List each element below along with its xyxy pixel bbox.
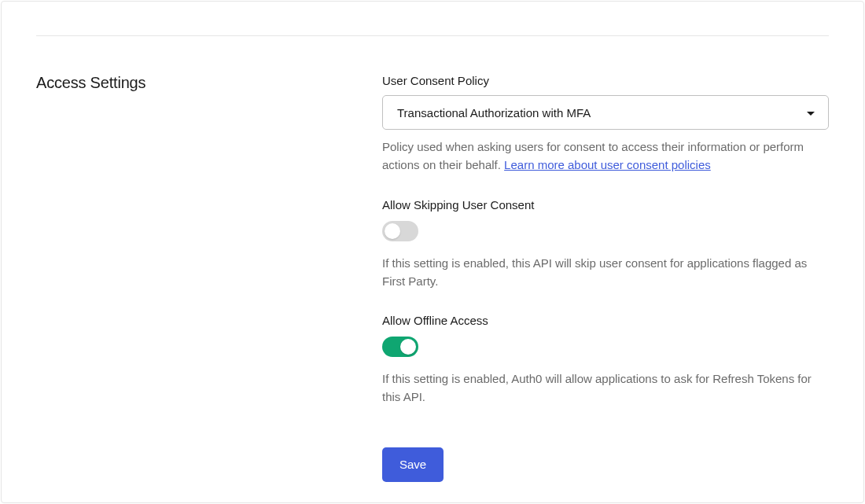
allow-skipping-consent-toggle[interactable] (382, 221, 418, 241)
user-consent-policy-help: Policy used when asking users for consen… (382, 138, 829, 175)
access-settings-section: Access Settings User Consent Policy Tran… (36, 36, 829, 482)
user-consent-policy-select[interactable]: Transactional Authorization with MFA (382, 95, 829, 130)
settings-panel: Access Settings User Consent Policy Tran… (1, 1, 864, 503)
allow-offline-access-label: Allow Offline Access (382, 314, 829, 327)
toggle-knob (385, 223, 400, 239)
user-consent-policy-select-wrap: Transactional Authorization with MFA (382, 95, 829, 130)
user-consent-policy-field: User Consent Policy Transactional Author… (382, 74, 829, 175)
user-consent-policy-label: User Consent Policy (382, 74, 829, 87)
user-consent-policy-learn-more-link[interactable]: Learn more about user consent policies (504, 158, 711, 171)
allow-offline-access-help: If this setting is enabled, Auth0 will a… (382, 370, 829, 407)
allow-skipping-consent-field: Allow Skipping User Consent If this sett… (382, 198, 829, 291)
section-header-column: Access Settings (36, 74, 382, 482)
section-fields-column: User Consent Policy Transactional Author… (382, 74, 829, 482)
allow-skipping-consent-label: Allow Skipping User Consent (382, 198, 829, 212)
allow-offline-access-field: Allow Offline Access If this setting is … (382, 314, 829, 407)
toggle-knob (400, 339, 416, 355)
save-button[interactable]: Save (382, 447, 444, 482)
allow-offline-access-toggle[interactable] (382, 337, 418, 357)
section-title: Access Settings (36, 74, 382, 92)
allow-skipping-consent-help: If this setting is enabled, this API wil… (382, 254, 829, 291)
